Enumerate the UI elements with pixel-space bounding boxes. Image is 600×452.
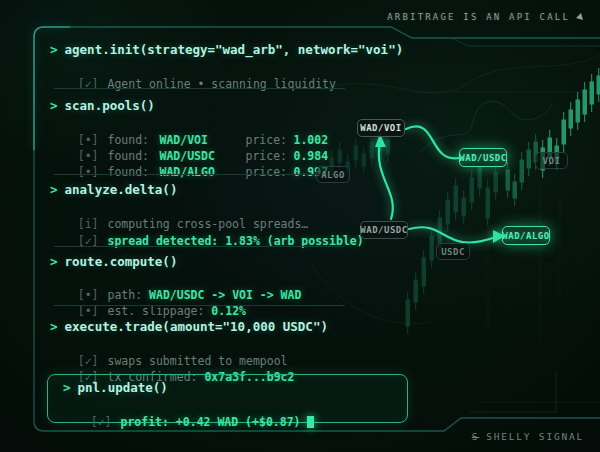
price-label: price: [245, 165, 293, 179]
node-algo: ALGO [316, 166, 350, 183]
row-bracket: [•] [78, 165, 99, 179]
command-text: agent.init(strategy="wad_arb", network="… [65, 42, 404, 57]
command-route-compute: > route.compute() [50, 254, 177, 269]
profit-line: [✓]profit: +0.42 WAD (+$0.87) [63, 401, 314, 443]
prompt: > [63, 380, 71, 395]
command-text: route.compute() [65, 254, 178, 269]
command-pnl-update: > pnl.update() [63, 380, 168, 395]
node-wad-usdc-active: WAD/USDC [459, 148, 507, 167]
command-analyze-delta: > analyze.delta() [50, 182, 177, 197]
pool-pair: WAD/ALGO [159, 165, 245, 179]
command-text: analyze.delta() [65, 182, 178, 197]
divider [54, 174, 345, 175]
prompt: > [50, 42, 58, 57]
node-wad-algo: WAD/ALGO [502, 226, 550, 245]
node-label: ALGO [321, 170, 345, 180]
found-label: found: [107, 165, 159, 179]
signature-logo: S [472, 431, 480, 442]
command-agent-init: > agent.init(strategy="wad_arb", network… [50, 42, 403, 57]
terminal-cursor [307, 416, 314, 428]
slippage-value: 0.12% [211, 304, 246, 318]
command-text: scan.pools() [65, 98, 155, 113]
command-execute-trade: > execute.trade(amount="10,000 USDC") [50, 319, 328, 334]
node-label: USDC [441, 247, 465, 257]
node-wad-voi: WAD/VOI [357, 119, 405, 137]
node-wad-usdc-pool: WAD/USDC [360, 221, 408, 239]
edge-pool-to-wadalgo [409, 227, 496, 242]
node-label: WAD/USDC [459, 153, 506, 163]
prompt: > [50, 182, 58, 197]
prompt: > [50, 319, 58, 334]
divider [54, 305, 345, 306]
node-label: WAD/USDC [360, 225, 407, 235]
tagline: ARBITRAGE IS AN API CALL [387, 12, 584, 22]
node-label: WAD/ALGO [502, 231, 549, 241]
divider [54, 246, 345, 247]
slippage-label: est. slippage: [107, 304, 204, 318]
node-usdc: USDC [436, 243, 470, 260]
prompt: > [50, 254, 58, 269]
command-text: pnl.update() [78, 380, 168, 395]
row-bracket: [•] [78, 304, 99, 318]
arbitrage-terminal-screen: ARBITRAGE IS AN API CALL > agent.init(st… [0, 0, 600, 452]
node-voi: VOI [535, 152, 568, 169]
command-text: execute.trade(amount="10,000 USDC") [65, 319, 328, 334]
signature: S SHELLY SIGNAL [472, 431, 584, 442]
cursor-arrow-icon [576, 13, 584, 21]
command-scan-pools: > scan.pools() [50, 98, 155, 113]
node-label: VOI [543, 156, 561, 166]
check-bracket: [✓] [91, 415, 112, 429]
profit-text: profit: +0.42 WAD (+$0.87) [120, 415, 300, 429]
prompt: > [50, 98, 58, 113]
tagline-text: ARBITRAGE IS AN API CALL [387, 12, 570, 22]
signature-name: SHELLY SIGNAL [486, 431, 584, 442]
node-label: WAD/VOI [360, 123, 401, 133]
divider [54, 88, 345, 89]
